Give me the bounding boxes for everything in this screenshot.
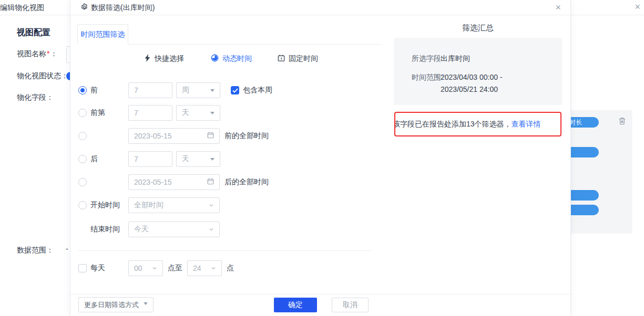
start-time-select[interactable]: 全部时间 [128,197,220,213]
end-time-select[interactable]: 今天 [128,222,220,237]
more-date-filter-button[interactable]: 更多日期筛选方式 [78,297,154,312]
dialog-header: 数据筛选(出库时间) [80,3,155,13]
caret-down-icon [210,112,214,117]
view-details-link[interactable]: 查看详情 [512,120,541,129]
chevron-down-icon [209,201,214,209]
confirm-button[interactable]: 确定 [274,298,317,312]
summary-range-label: 时间范围: [412,72,443,82]
drawer-close-icon[interactable]: × [635,2,640,12]
row-daily-hours: 每天 00 点至 24 点 [78,260,234,276]
lightning-icon [144,54,151,64]
row-before-nth: 前第 7 天 [78,105,220,121]
view-config-title: 视图配置 [17,27,50,38]
check-icon [232,88,238,93]
row-before-nth-label: 前第 [90,108,122,118]
daily-label: 每天 [90,264,121,273]
field-list-panel: 时长 [568,110,632,234]
radio-after-date[interactable] [78,178,87,186]
radio-after[interactable] [78,155,87,163]
row-end-time: 结束时间 今天 [78,222,220,237]
dialog-close-icon[interactable]: × [555,3,561,12]
footer-divider [70,294,571,294]
after-date-picker[interactable]: 2023-05-15 [128,174,220,190]
daily-suffix-label: 点 [227,264,234,273]
dialog-header-divider [70,15,571,15]
mode-dynamic-time[interactable]: 动态时间 [211,53,252,65]
before-nth-unit-select[interactable]: 天 [176,105,220,121]
page: 编辑物化视图 × 视图配置 视图名称*： 物化视图状态： 物化字段： 数据范围：… [0,0,644,316]
calendar-small-icon [207,132,214,140]
before-unit-select[interactable]: 周 [176,82,220,98]
materialized-fields-label: 物化字段： [17,93,54,102]
row-after: 后 7 天 [78,151,220,167]
calendar-icon [278,54,285,64]
trash-icon[interactable] [618,117,626,127]
view-name-label: 视图名称*： [17,49,57,59]
summary-range-value-line1: 2023/04/03 00:00 - [441,72,503,82]
before-nth-count-input[interactable]: 7 [128,105,172,121]
dialog-title: 数据筛选(出库时间) [91,3,155,13]
field-pill[interactable] [568,205,599,215]
summary-field-label: 所选字段: [412,53,443,64]
chevron-down-icon [211,264,216,272]
tab-time-range-filter[interactable]: 时间范围筛选 [77,24,128,44]
mode-fixed-time[interactable]: 固定时间 [278,53,318,65]
form-divider [78,250,371,251]
gear-icon [80,3,88,13]
daily-to-select[interactable]: 24 [187,260,222,276]
caret-down-icon [210,158,214,163]
after-count-input[interactable]: 7 [128,151,172,167]
row-start-time: 开始时间 全部时间 [78,197,220,213]
after-date-suffix: 后的全部时间 [224,177,269,187]
field-pill-duration[interactable]: 时长 [568,117,599,128]
data-range-dash: - [66,245,68,253]
row-before: 前 7 周 包含本周 [78,82,272,98]
before-date-suffix: 前的全部时间 [224,131,269,141]
summary-range-value-line2: 2023/05/21 24:00 [441,84,498,94]
chevron-down-icon [152,264,157,272]
summary-field-value: 出库时间 [441,53,470,64]
daily-mid-label: 点至 [168,264,182,273]
data-range-label: 数据范围： [17,246,54,255]
row-before-date: 2023-05-15 前的全部时间 [78,128,269,144]
before-count-input[interactable]: 7 [128,82,172,98]
caret-down-icon [210,89,214,94]
radio-start-time[interactable] [78,201,87,209]
filter-count-notice: 该字段已在报告处添加13个筛选器， 查看详情 [394,112,561,136]
before-date-picker[interactable]: 2023-05-15 [128,128,220,144]
field-pill[interactable] [568,190,599,201]
cancel-button[interactable]: 取消 [332,298,369,312]
tab-bar-line [128,44,383,45]
notice-text: 该字段已在报告处添加13个筛选器， [394,120,512,129]
row-before-label: 前 [90,86,122,95]
mode-quick-select[interactable]: 快捷选择 [144,53,184,65]
dynamic-time-icon [211,54,219,64]
field-pill[interactable] [568,147,599,157]
calendar-small-icon [207,178,214,186]
row-after-label: 后 [90,154,122,164]
data-filter-dialog: 数据筛选(出库时间) × 时间范围筛选 快捷选择 动态时间 固定时间 [70,0,571,316]
required-mark: * [47,49,49,58]
include-current-week-label: 包含本周 [243,86,272,95]
after-unit-select[interactable]: 天 [176,151,220,167]
caret-down-icon [144,302,148,307]
summary-box: 所选字段: 出库时间 时间范围: 2023/04/03 00:00 - 2023… [394,38,562,105]
drawer-title: 编辑物化视图 [0,3,44,13]
materialized-status-label: 物化视图状态： [17,71,68,81]
summary-title: 筛选汇总 [394,23,562,33]
daily-checkbox[interactable] [78,264,87,272]
include-current-week-checkbox[interactable] [231,86,239,94]
start-time-label: 开始时间 [90,201,122,210]
daily-from-select[interactable]: 00 [128,260,163,276]
radio-before-date[interactable] [78,132,87,140]
chevron-down-icon [209,225,214,234]
radio-before[interactable] [78,86,87,94]
radio-before-nth[interactable] [78,109,87,117]
end-time-label: 结束时间 [90,225,122,234]
row-after-date: 2023-05-15 后的全部时间 [78,174,269,190]
